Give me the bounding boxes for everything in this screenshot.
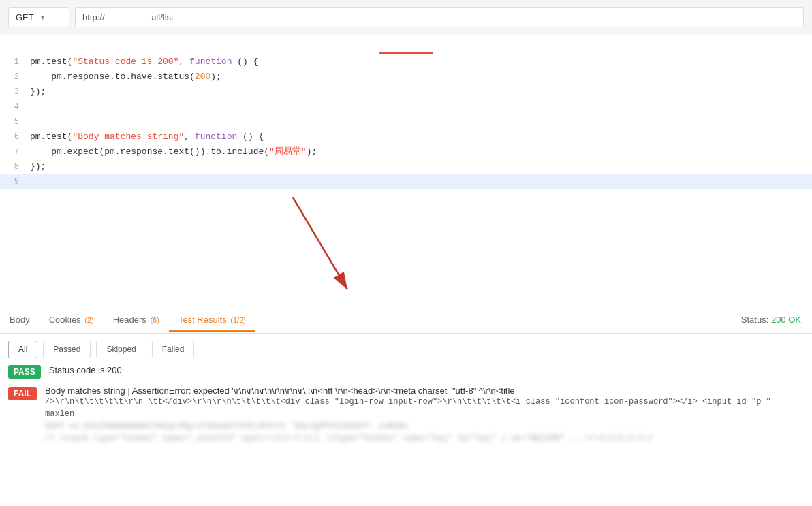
code-editor-wrapper: 1pm.test("Status code is 200", function … <box>0 54 812 306</box>
status-label: Status: <box>741 315 768 325</box>
status-value: 200 OK <box>771 315 801 325</box>
test-label: Status code is 200 <box>49 365 122 375</box>
line-content: pm.expect(pm.response.text()).to.include… <box>27 144 812 159</box>
line-content: pm.test("Status code is 200", function (… <box>27 54 812 69</box>
code-line: 5 <box>0 114 812 129</box>
line-number: 5 <box>0 114 27 129</box>
line-number: 2 <box>0 69 27 84</box>
test-error-4: /> <input type="hidden" name="_eventId" … <box>45 432 781 445</box>
filter-btn-all[interactable]: All <box>8 341 37 358</box>
test-result-row: FAILBody matches string | AssertionError… <box>8 385 804 445</box>
line-content <box>27 99 812 114</box>
code-line: 3}); <box>0 84 812 99</box>
method-arrow-icon: ▼ <box>40 14 46 21</box>
test-info: Status code is 200 <box>49 365 122 375</box>
filter-btn-failed[interactable]: Failed <box>152 341 195 358</box>
response-tab-headers[interactable]: Headers (6) <box>104 308 169 332</box>
response-tab-test-results[interactable]: Test Results (1/2) <box>169 308 255 332</box>
code-line: 6pm.test("Body matches string", function… <box>0 129 812 144</box>
line-content: }); <box>27 84 812 99</box>
url-bar: GET ▼ <box>0 0 812 35</box>
filter-btn-skipped[interactable]: Skipped <box>96 341 146 358</box>
test-results: PASSStatus code is 200FAILBody matches s… <box>0 365 812 445</box>
code-line: 1pm.test("Status code is 200", function … <box>0 54 812 69</box>
line-number: 7 <box>0 144 27 159</box>
url-input[interactable] <box>75 7 804 27</box>
code-line: 2 pm.response.to.have.status(200); <box>0 69 812 84</box>
line-content: pm.response.to.have.status(200); <box>27 69 812 84</box>
line-number: 9 <box>0 174 27 189</box>
code-line: 7 pm.expect(pm.response.text()).to.inclu… <box>0 144 812 159</box>
code-line: 4 <box>0 99 812 114</box>
method-select[interactable]: GET ▼ <box>8 7 69 27</box>
line-number: 1 <box>0 54 27 69</box>
response-tab-body[interactable]: Body <box>0 308 40 332</box>
line-content <box>27 174 812 189</box>
pass-badge: PASS <box>8 365 41 379</box>
line-number: 3 <box>0 84 27 99</box>
top-tab-row <box>0 35 812 54</box>
response-tab-cookies[interactable]: Cookies (2) <box>40 308 104 332</box>
line-content: }); <box>27 159 812 174</box>
method-label: GET <box>16 12 34 22</box>
status-info: Status: 200 OK <box>741 315 812 325</box>
test-error-2: />\r\n\t\t\t\t\t\r\n \tt</div>\r\n\r\n\t… <box>45 396 781 420</box>
line-content: pm.test("Body matches string", function … <box>27 129 812 144</box>
code-editor[interactable]: 1pm.test("Status code is 200", function … <box>0 54 812 306</box>
code-line: 9 <box>0 174 812 189</box>
top-tab-indicator <box>379 52 433 54</box>
line-content <box>27 114 812 129</box>
code-line: 8}); <box>0 159 812 174</box>
line-number: 4 <box>0 99 27 114</box>
filter-bar: AllPassedSkippedFailed <box>0 334 812 365</box>
response-tabs: BodyCookies (2)Headers (6)Test Results (… <box>0 306 812 334</box>
test-info: Body matches string | AssertionError: ex… <box>45 385 781 445</box>
test-result-row: PASSStatus code is 200 <box>8 365 804 379</box>
test-label: Body matches string | AssertionError: ex… <box>45 385 781 396</box>
filter-btn-passed[interactable]: Passed <box>43 341 91 358</box>
fail-badge: FAIL <box>8 387 37 400</box>
line-number: 8 <box>0 159 27 174</box>
test-error-3: 9d5f e2_H4sIAAAAAAAAK1YW2gcVRg+2TSXpmmT1… <box>45 420 781 432</box>
line-number: 6 <box>0 129 27 144</box>
